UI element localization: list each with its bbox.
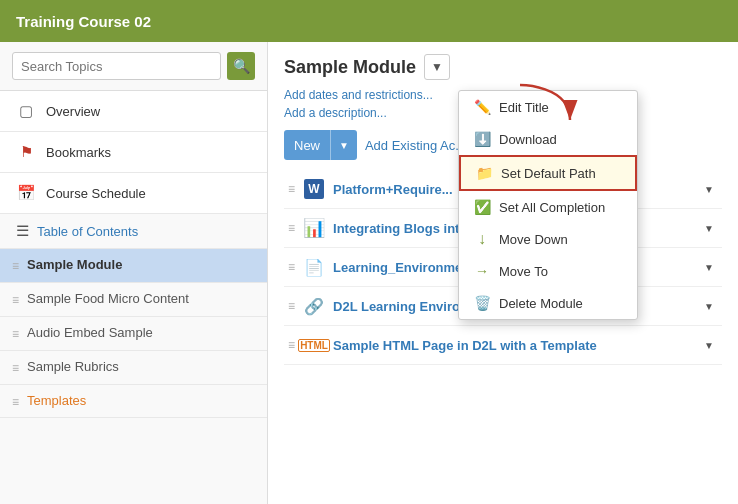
search-button[interactable]: 🔍 — [227, 52, 255, 80]
sidebar-item-label: Overview — [46, 104, 100, 119]
sidebar-item-label: Bookmarks — [46, 145, 111, 160]
content-item-title[interactable]: Sample HTML Page in D2L with a Template — [333, 338, 692, 353]
trash-icon: 🗑️ — [473, 294, 491, 312]
dropdown-item-edit-title[interactable]: ✏️ Edit Title — [459, 91, 637, 123]
search-area: 🔍 — [0, 42, 267, 91]
drag-handle-icon: ≡ — [288, 221, 295, 235]
search-input[interactable] — [12, 52, 221, 80]
calendar-icon: 📅 — [16, 183, 36, 203]
bookmark-icon: ⚑ — [16, 142, 36, 162]
dropdown-item-label: Edit Title — [499, 100, 549, 115]
new-button[interactable]: New ▼ — [284, 130, 357, 160]
folder-icon: 📁 — [475, 164, 493, 182]
sidebar-item-label: Templates — [27, 393, 86, 410]
main-content: Sample Module ▼ Add dates and restrictio… — [268, 42, 738, 504]
dropdown-item-set-default-path[interactable]: 📁 Set Default Path — [459, 155, 637, 191]
overview-icon: ▢ — [16, 101, 36, 121]
sidebar-item-toc[interactable]: ☰ Table of Contents — [0, 214, 267, 249]
html-icon: HTML — [303, 334, 325, 356]
drag-handle-icon: ≡ — [288, 338, 295, 352]
drag-handle-icon: ≡ — [288, 260, 295, 274]
dropdown-item-label: Move Down — [499, 232, 568, 247]
move-to-icon: → — [473, 262, 491, 280]
search-icon: 🔍 — [233, 58, 250, 74]
check-circle-icon: ✅ — [473, 198, 491, 216]
drag-handle-icon: ≡ — [12, 293, 19, 307]
pdf-icon: 📄 — [303, 256, 325, 278]
chevron-down-icon: ▼ — [431, 60, 443, 74]
sidebar-item-label: Course Schedule — [46, 186, 146, 201]
sidebar-item-bookmarks[interactable]: ⚑ Bookmarks — [0, 132, 267, 173]
drag-handle-icon: ≡ — [12, 259, 19, 273]
sidebar-item-sample-rubrics[interactable]: ≡ Sample Rubrics — [0, 351, 267, 385]
sidebar-item-templates[interactable]: ≡ Templates — [0, 385, 267, 419]
dropdown-item-label: Set All Completion — [499, 200, 605, 215]
nav-items: ▢ Overview ⚑ Bookmarks 📅 Course Schedule — [0, 91, 267, 214]
dropdown-item-delete-module[interactable]: 🗑️ Delete Module — [459, 287, 637, 319]
new-button-label: New — [284, 138, 330, 153]
sidebar-item-label: Sample Rubrics — [27, 359, 119, 376]
word-icon: W — [303, 178, 325, 200]
module-header: Sample Module ▼ — [284, 54, 722, 80]
module-title: Sample Module — [284, 57, 416, 78]
ppt-icon: 📊 — [303, 217, 325, 239]
drag-handle-icon: ≡ — [12, 327, 19, 341]
sidebar: 🔍 ▢ Overview ⚑ Bookmarks 📅 Course Schedu… — [0, 42, 268, 504]
content-item-dropdown-button[interactable]: ▼ — [700, 297, 718, 315]
drag-handle-icon: ≡ — [288, 299, 295, 313]
sidebar-item-course-schedule[interactable]: 📅 Course Schedule — [0, 173, 267, 214]
link-icon: 🔗 — [303, 295, 325, 317]
drag-handle-icon: ≡ — [288, 182, 295, 196]
content-item-dropdown-button[interactable]: ▼ — [700, 258, 718, 276]
dropdown-item-move-down[interactable]: ↓ Move Down — [459, 223, 637, 255]
main-layout: 🔍 ▢ Overview ⚑ Bookmarks 📅 Course Schedu… — [0, 42, 738, 504]
sidebar-item-audio-embed[interactable]: ≡ Audio Embed Sample — [0, 317, 267, 351]
new-button-arrow-icon: ▼ — [330, 130, 357, 160]
dropdown-item-label: Delete Module — [499, 296, 583, 311]
sidebar-item-label: Table of Contents — [37, 224, 138, 239]
dropdown-item-label: Set Default Path — [501, 166, 596, 181]
arrow-down-icon: ↓ — [473, 230, 491, 248]
sidebar-item-food-micro[interactable]: ≡ Sample Food Micro Content — [0, 283, 267, 317]
table-row: ≡ HTML Sample HTML Page in D2L with a Te… — [284, 326, 722, 365]
drag-handle-icon: ≡ — [12, 395, 19, 409]
dropdown-item-move-to[interactable]: → Move To — [459, 255, 637, 287]
download-icon: ⬇️ — [473, 130, 491, 148]
sidebar-item-label: Audio Embed Sample — [27, 325, 153, 342]
content-item-dropdown-button[interactable]: ▼ — [700, 180, 718, 198]
add-existing-button[interactable]: Add Existing Ac... — [365, 138, 466, 153]
dropdown-item-download[interactable]: ⬇️ Download — [459, 123, 637, 155]
sidebar-item-sample-module[interactable]: ≡ Sample Module — [0, 249, 267, 283]
sidebar-item-label: Sample Food Micro Content — [27, 291, 189, 308]
content-item-dropdown-button[interactable]: ▼ — [700, 219, 718, 237]
toc-icon: ☰ — [16, 222, 29, 240]
sidebar-item-overview[interactable]: ▢ Overview — [0, 91, 267, 132]
app-header: Training Course 02 — [0, 0, 738, 42]
module-dropdown-button[interactable]: ▼ — [424, 54, 450, 80]
drag-handle-icon: ≡ — [12, 361, 19, 375]
dropdown-item-label: Move To — [499, 264, 548, 279]
sidebar-item-label: Sample Module — [27, 257, 122, 274]
dropdown-item-set-all-completion[interactable]: ✅ Set All Completion — [459, 191, 637, 223]
header-title: Training Course 02 — [16, 13, 151, 30]
pencil-icon: ✏️ — [473, 98, 491, 116]
dropdown-item-label: Download — [499, 132, 557, 147]
dropdown-menu: ✏️ Edit Title ⬇️ Download 📁 Set Default … — [458, 90, 638, 320]
content-item-dropdown-button[interactable]: ▼ — [700, 336, 718, 354]
